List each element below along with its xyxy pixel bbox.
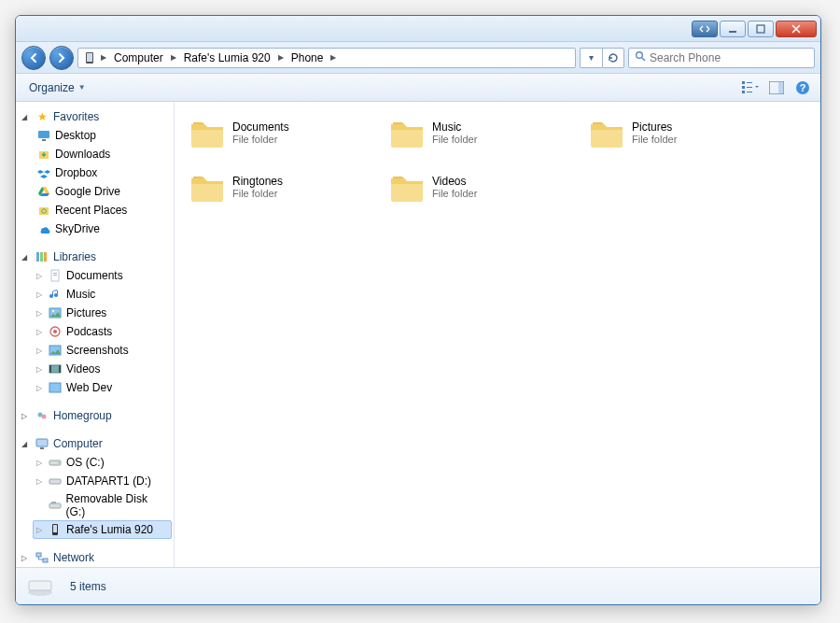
sidebar-item-dropbox[interactable]: Dropbox (33, 163, 172, 182)
navigation-pane: ◢ ★ Favorites Desktop Downloads (16, 102, 175, 567)
sidebar-item-recent-places[interactable]: Recent Places (33, 201, 172, 219)
sidebar-item-lib-screenshots[interactable]: ▷Screenshots (33, 341, 172, 360)
skydrive-icon (36, 221, 51, 236)
help-button[interactable]: ? (792, 78, 813, 98)
preview-pane-button[interactable] (766, 78, 787, 98)
svg-rect-48 (29, 581, 51, 590)
sidebar-item-phone-device[interactable]: ▷Rafe's Lumia 920 (33, 520, 172, 539)
folder-item[interactable]: RingtonesFile folder (184, 163, 380, 210)
svg-rect-41 (49, 503, 61, 508)
sidebar-item-lib-videos[interactable]: ▷Videos (33, 360, 172, 378)
expand-icon[interactable]: ▷ (36, 290, 44, 299)
google-drive-icon (36, 184, 51, 199)
maximize-button[interactable] (748, 21, 774, 37)
svg-text:?: ? (800, 82, 806, 93)
sidebar-item-lib-webdev[interactable]: ▷Web Dev (33, 378, 172, 397)
svg-point-4 (637, 52, 643, 59)
expand-icon[interactable]: ▷ (36, 365, 44, 374)
sidebar-item-lib-documents[interactable]: ▷Documents (33, 266, 172, 285)
folder-type: File folder (432, 134, 477, 145)
svg-rect-21 (44, 252, 47, 262)
music-icon (48, 287, 63, 302)
expand-icon[interactable]: ▷ (36, 384, 44, 392)
search-icon (635, 50, 646, 64)
forward-button[interactable] (49, 46, 74, 70)
expand-icon[interactable]: ▷ (36, 272, 44, 280)
content-pane[interactable]: DocumentsFile folder MusicFile folder Pi… (175, 102, 820, 567)
expand-icon[interactable]: ▷ (36, 477, 44, 486)
tree-header-computer[interactable]: ◢ Computer (18, 434, 172, 453)
tree-header-libraries[interactable]: ◢ Libraries (18, 248, 172, 266)
sidebar-item-lib-music[interactable]: ▷Music (33, 285, 172, 304)
sidebar-item-drive-g[interactable]: Removable Disk (G:) (33, 490, 172, 520)
svg-rect-44 (53, 525, 57, 532)
expand-icon[interactable]: ▷ (36, 328, 44, 336)
expand-icon[interactable]: ▷ (36, 526, 44, 534)
sidebar-item-lib-podcasts[interactable]: ▷Podcasts (33, 322, 172, 341)
svg-rect-17 (42, 139, 46, 141)
search-input[interactable] (650, 51, 808, 64)
tree-header-network[interactable]: ▷ Network (18, 548, 172, 567)
chevron-right-icon[interactable]: ▶ (99, 53, 108, 62)
expand-icon[interactable]: ▷ (36, 309, 44, 318)
sidebar-item-lib-pictures[interactable]: ▷Pictures (33, 304, 172, 322)
chevron-right-icon[interactable]: ▶ (276, 53, 286, 62)
sidebar-item-drive-d[interactable]: ▷DATAPART1 (D:) (33, 472, 172, 490)
organize-button[interactable]: Organize ▼ (23, 79, 91, 96)
expand-icon[interactable]: ▷ (36, 459, 44, 467)
svg-rect-46 (43, 559, 48, 562)
tree-group-network: ▷ Network (18, 548, 172, 567)
sidebar-item-downloads[interactable]: Downloads (33, 145, 172, 163)
refresh-button[interactable] (602, 48, 624, 68)
expand-icon: ▷ (21, 412, 31, 420)
address-dropdown: ▾ (580, 48, 624, 68)
svg-rect-0 (729, 31, 736, 33)
breadcrumb-computer[interactable]: Computer (110, 49, 167, 67)
status-device-icon (25, 572, 55, 602)
svg-rect-19 (36, 252, 39, 262)
screenshots-icon (48, 343, 63, 358)
svg-rect-20 (40, 252, 43, 262)
svg-rect-10 (747, 87, 752, 88)
svg-rect-45 (36, 553, 41, 557)
network-icon (35, 550, 49, 565)
chevron-right-icon[interactable]: ▶ (169, 53, 178, 62)
svg-rect-23 (53, 273, 57, 274)
svg-rect-13 (778, 82, 783, 93)
history-dropdown-button[interactable]: ▾ (580, 48, 602, 68)
folder-item[interactable]: DocumentsFile folder (184, 109, 380, 156)
dropbox-icon (36, 165, 51, 180)
folder-name: Music (432, 120, 477, 134)
sidebar-item-skydrive[interactable]: SkyDrive (33, 219, 172, 238)
svg-rect-24 (53, 275, 57, 276)
star-icon: ★ (35, 109, 49, 124)
chevron-right-icon[interactable]: ▶ (329, 53, 338, 62)
breadcrumb-device[interactable]: Rafe's Lumia 920 (180, 49, 274, 67)
svg-rect-37 (40, 447, 44, 449)
folder-item[interactable]: MusicFile folder (384, 109, 580, 156)
svg-rect-31 (49, 365, 51, 373)
back-button[interactable] (21, 46, 46, 70)
address-bar[interactable]: ▶ Computer ▶ Rafe's Lumia 920 ▶ Phone ▶ (77, 48, 576, 68)
status-bar: 5 items (16, 567, 820, 604)
svg-line-5 (642, 58, 645, 61)
expand-icon[interactable]: ▷ (36, 347, 44, 355)
breadcrumb-phone[interactable]: Phone (287, 49, 328, 67)
minimize-button[interactable] (720, 21, 746, 37)
tree-header-favorites[interactable]: ◢ ★ Favorites (18, 107, 172, 126)
removable-disk-icon (48, 498, 63, 513)
sidebar-item-desktop[interactable]: Desktop (33, 126, 172, 145)
svg-rect-36 (36, 439, 48, 446)
tree-group-computer: ◢ Computer ▷OS (C:) ▷DATAPART1 (D:) Remo… (18, 434, 172, 539)
folder-item[interactable]: VideosFile folder (384, 163, 580, 210)
search-box[interactable] (628, 48, 815, 68)
folder-item[interactable]: PicturesFile folder (583, 109, 779, 156)
fullscreen-button[interactable] (692, 21, 718, 37)
sidebar-item-drive-c[interactable]: ▷OS (C:) (33, 453, 172, 472)
drive-icon (48, 474, 63, 488)
sidebar-item-google-drive[interactable]: Google Drive (33, 182, 172, 201)
view-options-button[interactable] (740, 78, 761, 98)
close-button[interactable] (776, 21, 817, 37)
tree-header-homegroup[interactable]: ▷ Homegroup (18, 406, 172, 425)
body: ◢ ★ Favorites Desktop Downloads (16, 102, 820, 567)
